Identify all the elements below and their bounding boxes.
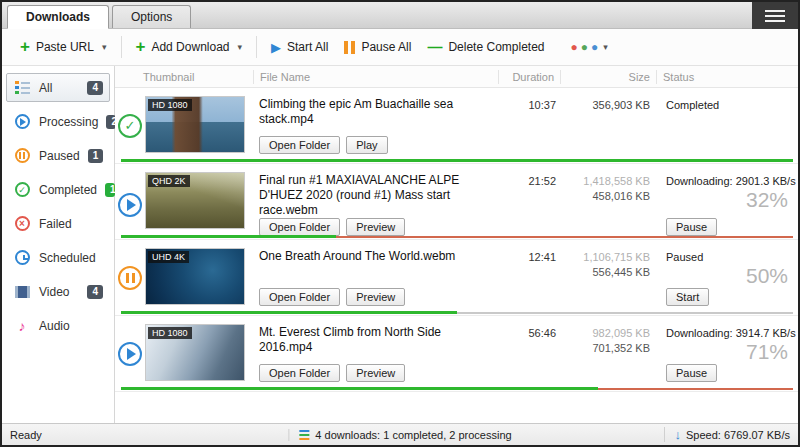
open-folder-button[interactable]: Open Folder [259, 364, 340, 382]
toolbar-separator [121, 36, 122, 58]
hamburger-menu-button[interactable] [752, 2, 798, 29]
tab-bar: Downloads Options [2, 2, 798, 29]
paused-state-icon [118, 266, 142, 290]
list-icon [13, 81, 31, 94]
more-options-button[interactable]: ● ● ● ▾ [563, 35, 616, 59]
quality-badge: HD 1080 [148, 327, 192, 339]
paste-url-button[interactable]: + Paste URL ▾ [12, 35, 115, 59]
chevron-down-icon: ▾ [603, 42, 608, 52]
size-downloaded: 556,445 KB [560, 266, 650, 278]
download-row[interactable]: HD 1080 Mt. Everest Climb from North Sid… [115, 316, 798, 392]
pause-button[interactable]: Pause [666, 364, 717, 382]
count-badge: 1 [88, 149, 103, 163]
start-all-button[interactable]: ▶ Start All [263, 35, 336, 60]
file-name: Final run #1 MAXIAVALANCHE ALPE D'HUEZ 2… [259, 173, 490, 218]
speed-indicator: Speed: 6769.07 KB/s [686, 429, 790, 441]
add-download-button[interactable]: + Add Download ▾ [128, 35, 251, 59]
red-dot-icon: ● [571, 40, 578, 54]
header-file-name: File Name [253, 70, 498, 84]
sidebar-item-failed[interactable]: × Failed [6, 209, 110, 238]
preview-button[interactable]: Preview [346, 288, 405, 306]
progress-bar [121, 387, 793, 390]
open-folder-button[interactable]: Open Folder [259, 218, 340, 236]
tab-options[interactable]: Options [112, 5, 191, 28]
open-folder-button[interactable]: Open Folder [259, 288, 340, 306]
downloads-summary-icon [299, 430, 309, 440]
sidebar-item-completed[interactable]: ✓ Completed 1 [6, 175, 110, 204]
filter-sidebar: All 4 Processing 2 Paused 1 ✓ Completed … [2, 66, 115, 423]
chevron-down-icon: ▾ [238, 42, 243, 52]
size-downloaded: 458,016 KB [560, 190, 650, 202]
size-total: 356,903 KB [560, 99, 650, 111]
duration-value: 21:52 [498, 164, 560, 245]
sidebar-item-label: Failed [39, 217, 72, 231]
downloading-state-icon [118, 193, 142, 217]
ready-status: Ready [10, 429, 42, 441]
video-thumbnail[interactable]: UHD 4K [145, 248, 245, 305]
preview-button[interactable]: Preview [346, 218, 405, 236]
count-badge: 4 [87, 81, 103, 95]
play-circle-icon [13, 114, 31, 129]
chevron-down-icon: ▾ [102, 42, 107, 52]
sidebar-item-label: All [39, 81, 52, 95]
sidebar-item-label: Completed [39, 183, 97, 197]
header-status: Status [656, 70, 798, 84]
status-text: Completed [666, 99, 790, 111]
duration-value: 12:41 [498, 240, 560, 315]
sidebar-item-paused[interactable]: Paused 1 [6, 141, 110, 170]
plus-icon: + [136, 40, 146, 54]
film-icon [13, 286, 31, 298]
sidebar-item-all[interactable]: All 4 [6, 73, 110, 102]
delete-completed-button[interactable]: — Delete Completed [419, 35, 552, 59]
progress-percent: 71% [746, 340, 788, 364]
video-thumbnail[interactable]: HD 1080 [145, 96, 245, 153]
sidebar-item-label: Audio [39, 319, 70, 333]
start-all-label: Start All [287, 40, 328, 54]
duration-value: 10:37 [498, 88, 560, 163]
open-folder-button[interactable]: Open Folder [259, 136, 340, 154]
file-name: One Breath Around The World.webm [259, 249, 490, 264]
blue-dot-icon: ● [591, 40, 598, 54]
pause-all-button[interactable]: Pause All [336, 35, 419, 59]
size-total: 982,095 KB [560, 327, 650, 339]
download-row[interactable]: UHD 4K One Breath Around The World.webm … [115, 240, 798, 316]
status-text: Downloading: 3914.7 KB/s [666, 327, 790, 339]
sidebar-item-label: Processing [39, 115, 98, 129]
header-size: Size [560, 70, 656, 84]
download-row[interactable]: ✓ HD 1080 Climbing the epic Am Buachaill… [115, 88, 798, 164]
count-badge: 4 [87, 285, 103, 299]
file-name: Climbing the epic Am Buachaille sea stac… [259, 97, 490, 127]
sidebar-item-audio[interactable]: ♪ Audio [6, 311, 110, 340]
music-note-icon: ♪ [13, 318, 31, 334]
status-text: Downloading: 2901.3 KB/s [666, 175, 790, 187]
check-circle-icon: ✓ [13, 182, 31, 197]
downloads-table: Thumbnail File Name Duration Size Status… [115, 66, 798, 423]
completed-state-icon: ✓ [118, 114, 142, 138]
green-dot-icon: ● [581, 40, 588, 54]
add-download-label: Add Download [151, 40, 229, 54]
downloads-summary: 4 downloads: 1 completed, 2 processing [315, 429, 511, 441]
quality-badge: QHD 2K [148, 175, 190, 187]
pause-button[interactable]: Pause [666, 218, 717, 236]
play-button[interactable]: Play [346, 136, 387, 154]
header-duration: Duration [498, 70, 560, 84]
video-thumbnail[interactable]: QHD 2K [145, 172, 245, 229]
table-header: Thumbnail File Name Duration Size Status [115, 66, 798, 88]
progress-bar [121, 311, 793, 314]
video-thumbnail[interactable]: HD 1080 [145, 324, 245, 381]
hamburger-icon [765, 10, 785, 12]
preview-button[interactable]: Preview [346, 364, 405, 382]
pause-icon [344, 41, 355, 54]
download-row[interactable]: QHD 2K Final run #1 MAXIAVALANCHE ALPE D… [115, 164, 798, 240]
app-window: Downloads Options + Paste URL ▾ + Add Do… [0, 0, 800, 447]
pause-all-label: Pause All [361, 40, 411, 54]
sidebar-item-label: Paused [39, 149, 80, 163]
tab-downloads[interactable]: Downloads [7, 5, 109, 29]
sidebar-item-video[interactable]: Video 4 [6, 277, 110, 306]
toolbar-separator [256, 36, 257, 58]
table-body: ✓ HD 1080 Climbing the epic Am Buachaill… [115, 88, 798, 423]
start-button[interactable]: Start [666, 288, 709, 306]
sidebar-item-scheduled[interactable]: Scheduled [6, 243, 110, 272]
progress-percent: 50% [746, 264, 788, 288]
sidebar-item-processing[interactable]: Processing 2 [6, 107, 110, 136]
